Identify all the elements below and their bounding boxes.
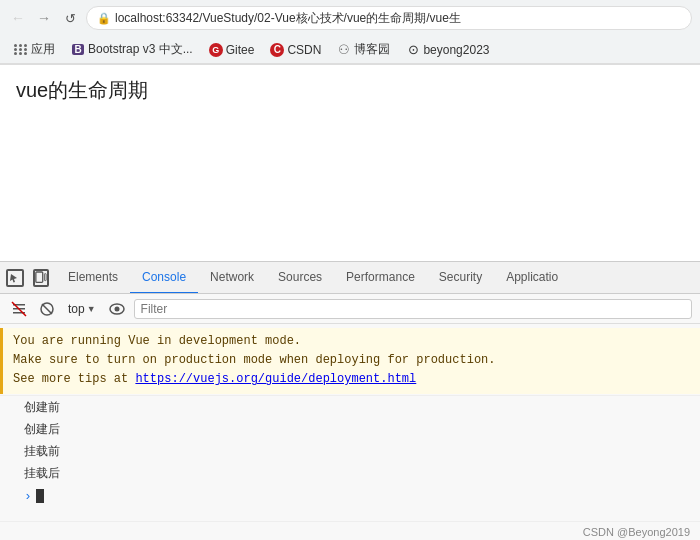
bookmark-csdn[interactable]: C CSDN: [264, 41, 327, 59]
select-element-button[interactable]: [4, 267, 26, 289]
selector-icon: [6, 269, 24, 287]
clear-console-button[interactable]: [8, 298, 30, 320]
cursor-prompt: ›: [24, 487, 32, 507]
page-content: vue的生命周期: [0, 65, 700, 261]
svg-point-9: [114, 306, 119, 311]
console-toolbar: top ▼: [0, 294, 700, 324]
stop-button[interactable]: [36, 298, 58, 320]
tab-application[interactable]: Applicatio: [494, 262, 570, 294]
warning-line-1: You are running Vue in development mode.: [13, 332, 692, 351]
device-icon: [33, 269, 49, 287]
tab-console-label: Console: [142, 270, 186, 284]
tab-console[interactable]: Console: [130, 262, 198, 294]
bookmark-beyong2023-label: beyong2023: [423, 43, 489, 57]
console-log-3: 挂载前: [0, 441, 700, 463]
tab-security-label: Security: [439, 270, 482, 284]
deployment-link[interactable]: https://vuejs.org/guide/deployment.html: [135, 372, 416, 386]
reload-icon: ↺: [65, 11, 76, 26]
console-output: You are running Vue in development mode.…: [0, 324, 700, 521]
bookmark-csdn-label: CSDN: [287, 43, 321, 57]
eye-button[interactable]: [106, 298, 128, 320]
url-text: localhost:63342/VueStudy/02-Vue核心技术/vue的…: [115, 10, 461, 27]
csdn-icon: C: [270, 43, 284, 57]
svg-line-7: [42, 304, 52, 314]
svg-rect-1: [44, 273, 46, 280]
device-toolbar-button[interactable]: [30, 267, 52, 289]
devtools-panel: Elements Console Network Sources Perform…: [0, 261, 700, 540]
tab-network-label: Network: [210, 270, 254, 284]
tab-network[interactable]: Network: [198, 262, 266, 294]
address-bar[interactable]: 🔒 localhost:63342/VueStudy/02-Vue核心技术/vu…: [86, 6, 692, 30]
context-dropdown-icon: ▼: [87, 304, 96, 314]
reload-button[interactable]: ↺: [60, 8, 80, 28]
forward-button[interactable]: →: [34, 8, 54, 28]
bokeyuan-icon: ⚇: [337, 43, 351, 57]
console-divider-1: [0, 395, 700, 396]
bookmark-bokeyuan-label: 博客园: [354, 41, 390, 58]
bookmark-beyong2023[interactable]: ⊙ beyong2023: [400, 41, 495, 59]
bookmark-gitee-label: Gitee: [226, 43, 255, 57]
nav-bar: ← → ↺ 🔒 localhost:63342/VueStudy/02-Vue核…: [0, 0, 700, 36]
warning-line-2: Make sure to turn on production mode whe…: [13, 351, 692, 370]
apps-label: 应用: [31, 41, 55, 58]
apps-button[interactable]: 应用: [8, 39, 61, 60]
bookmark-bootstrap-label: Bootstrap v3 中文...: [88, 41, 193, 58]
apps-grid-icon: [14, 43, 28, 57]
bookmark-gitee[interactable]: G Gitee: [203, 41, 261, 59]
tab-elements[interactable]: Elements: [56, 262, 130, 294]
console-log-4: 挂载后: [0, 463, 700, 485]
warning-message: You are running Vue in development mode.…: [0, 328, 700, 394]
console-log-1: 创建前: [0, 397, 700, 419]
page-title: vue的生命周期: [16, 77, 684, 104]
bookmarks-bar: 应用 B Bootstrap v3 中文... G Gitee C CSDN: [0, 36, 700, 64]
filter-input[interactable]: [134, 299, 692, 319]
bootstrap-icon: B: [71, 43, 85, 57]
console-log-2: 创建后: [0, 419, 700, 441]
bookmark-bokeyuan[interactable]: ⚇ 博客园: [331, 39, 396, 60]
github-icon: ⊙: [406, 43, 420, 57]
console-cursor-line[interactable]: ›: [0, 485, 700, 509]
tab-performance[interactable]: Performance: [334, 262, 427, 294]
cursor-blink: [36, 489, 44, 503]
tab-application-label: Applicatio: [506, 270, 558, 284]
tab-performance-label: Performance: [346, 270, 415, 284]
lock-icon: 🔒: [97, 12, 111, 25]
tab-elements-label: Elements: [68, 270, 118, 284]
tab-sources-label: Sources: [278, 270, 322, 284]
status-text: CSDN @Beyong2019: [583, 526, 690, 538]
gitee-icon: G: [209, 43, 223, 57]
tab-sources[interactable]: Sources: [266, 262, 334, 294]
bookmark-bootstrap[interactable]: B Bootstrap v3 中文...: [65, 39, 199, 60]
back-icon: ←: [11, 10, 25, 26]
context-selector[interactable]: top ▼: [64, 300, 100, 318]
tab-security[interactable]: Security: [427, 262, 494, 294]
devtools-tab-bar: Elements Console Network Sources Perform…: [0, 262, 700, 294]
context-label: top: [68, 302, 85, 316]
svg-rect-0: [36, 272, 43, 282]
forward-icon: →: [37, 10, 51, 26]
browser-chrome: ← → ↺ 🔒 localhost:63342/VueStudy/02-Vue核…: [0, 0, 700, 65]
back-button[interactable]: ←: [8, 8, 28, 28]
warning-line-3: See more tips at https://vuejs.org/guide…: [13, 370, 692, 389]
status-bar: CSDN @Beyong2019: [0, 521, 700, 540]
